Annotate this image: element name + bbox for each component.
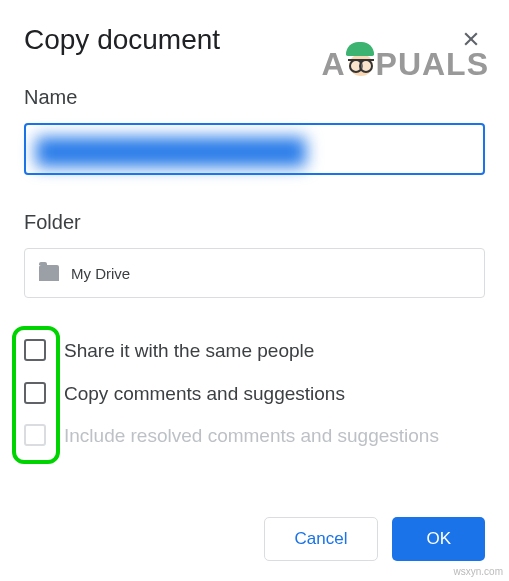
close-icon [461, 29, 481, 49]
checkbox-resolved [24, 424, 46, 446]
checkbox-comments-label: Copy comments and suggestions [64, 381, 345, 408]
button-row: Cancel OK [264, 517, 485, 561]
dialog-title: Copy document [24, 24, 220, 56]
corner-attribution: wsxyn.com [454, 566, 503, 577]
checkbox-row-resolved: Include resolved comments and suggestion… [24, 423, 485, 450]
folder-icon [39, 265, 59, 281]
checkbox-resolved-label: Include resolved comments and suggestion… [64, 423, 439, 450]
name-input[interactable] [24, 123, 485, 175]
checkbox-row-comments: Copy comments and suggestions [24, 381, 485, 408]
ok-button[interactable]: OK [392, 517, 485, 561]
checkbox-share[interactable] [24, 339, 46, 361]
checkbox-group: Share it with the same people Copy comme… [24, 338, 485, 450]
checkbox-comments[interactable] [24, 382, 46, 404]
name-label: Name [24, 86, 485, 109]
checkbox-row-share: Share it with the same people [24, 338, 485, 365]
checkbox-share-label: Share it with the same people [64, 338, 314, 365]
folder-selector[interactable]: My Drive [24, 248, 485, 298]
cancel-button[interactable]: Cancel [264, 517, 379, 561]
folder-value: My Drive [71, 265, 130, 282]
close-button[interactable] [457, 25, 485, 56]
folder-label: Folder [24, 211, 485, 234]
